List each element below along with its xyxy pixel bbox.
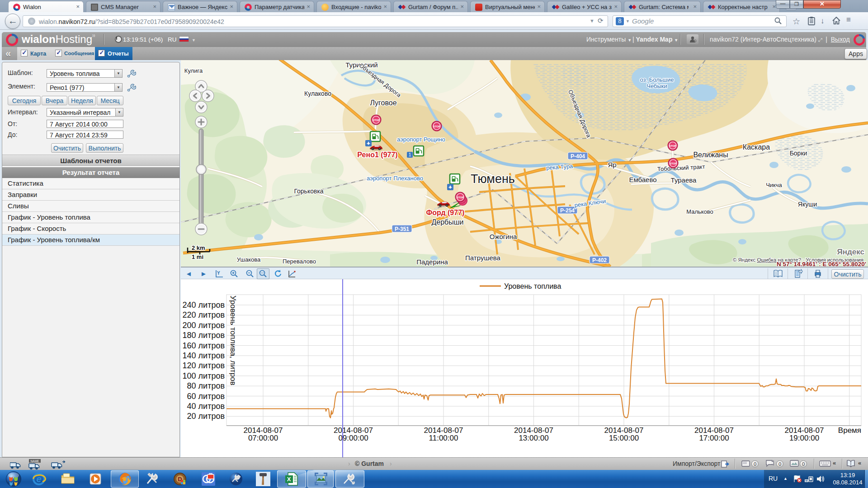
- svg-text:200 литров: 200 литров: [183, 321, 225, 330]
- svg-text:13:00:00: 13:00:00: [519, 434, 548, 442]
- svg-text:240 литров: 240 литров: [183, 300, 225, 310]
- svg-text:Яндекс: Яндекс: [837, 248, 864, 256]
- svg-text:220 литров: 220 литров: [183, 310, 225, 319]
- svg-text:X: X: [287, 476, 291, 483]
- svg-text:40 литров: 40 литров: [187, 402, 225, 411]
- svg-text:160 литров: 160 литров: [183, 341, 225, 350]
- svg-text:e: e: [36, 474, 41, 484]
- svg-text:180 литров: 180 литров: [183, 331, 225, 340]
- svg-text:1 mi: 1 mi: [192, 253, 203, 260]
- svg-text:15:00:00: 15:00:00: [609, 434, 639, 442]
- svg-text:Y: Y: [217, 271, 220, 276]
- svg-text:Уровень топлива, литров: Уровень топлива, литров: [229, 296, 237, 385]
- svg-text:N 57° 14.9461' : E 065° 55.802: N 57° 14.9461' : E 065° 55.8020': [777, 261, 866, 267]
- svg-text:140 литров: 140 литров: [183, 351, 225, 360]
- svg-text:100 литров: 100 литров: [183, 371, 225, 380]
- svg-text:20 литров: 20 литров: [187, 412, 225, 421]
- svg-text:NAME: NAME: [31, 460, 39, 463]
- svg-text:11:00:00: 11:00:00: [429, 434, 458, 442]
- svg-text:60 литров: 60 литров: [187, 392, 225, 401]
- svg-text:Уровень топлива: Уровень топлива: [504, 282, 561, 290]
- svg-text:120 литров: 120 литров: [183, 361, 225, 370]
- svg-text:80 литров: 80 литров: [187, 381, 225, 390]
- svg-text:Время: Время: [838, 426, 861, 435]
- svg-text:07:00:00: 07:00:00: [248, 434, 278, 442]
- svg-text:17:00:00: 17:00:00: [699, 434, 729, 442]
- svg-text:19:00:00: 19:00:00: [789, 434, 819, 442]
- svg-text:2 km: 2 km: [192, 244, 205, 251]
